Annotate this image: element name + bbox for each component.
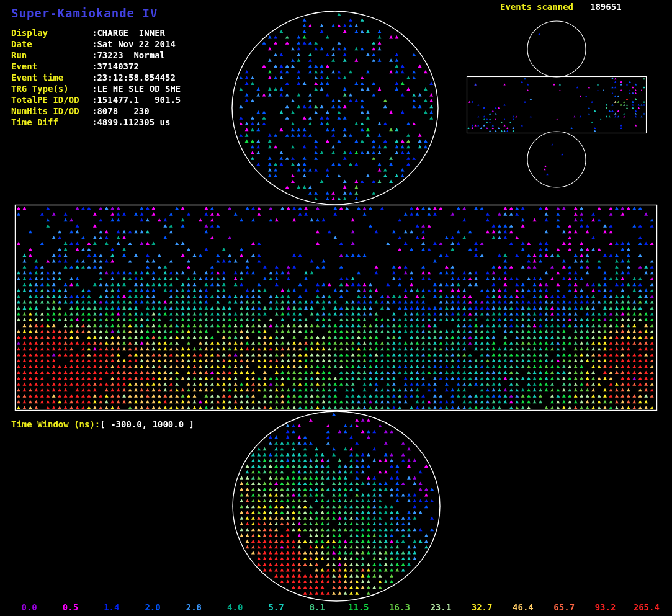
info-row: TRG Type(s):LE HE SLE OD SHE	[11, 83, 181, 94]
info-row-value: :CHARGE INNER	[92, 27, 165, 38]
scale-value: 23.1	[420, 602, 461, 612]
scale-value: 93.2	[585, 602, 625, 612]
event-info-panel: Display:CHARGE INNERDate:Sat Nov 22 2014…	[11, 27, 181, 128]
time-window-label: Time Window (ns):	[11, 419, 100, 429]
info-row-value: :151477.1 901.5	[92, 94, 181, 105]
info-row-label: NumHits ID/OD	[11, 105, 92, 117]
scale-value: 32.7	[461, 602, 502, 612]
info-row: NumHits ID/OD:8078 230	[11, 105, 181, 117]
info-row: Date:Sat Nov 22 2014	[11, 38, 181, 50]
info-row-label: Date	[11, 38, 92, 50]
info-row: TotalPE ID/OD:151477.1 901.5	[11, 94, 181, 105]
info-row-value: :LE HE SLE OD SHE	[92, 83, 181, 94]
scale-value: 11.5	[338, 602, 379, 612]
info-row-label: Display	[11, 27, 92, 38]
info-row: Run:73223 Normal	[11, 50, 181, 61]
event-display-root: Super-Kamiokande IV Events scanned 18965…	[0, 0, 672, 616]
scale-value: 2.0	[132, 602, 173, 612]
info-row-label: TotalPE ID/OD	[11, 94, 92, 105]
time-window: Time Window (ns): [ -300.0, 1000.0 ]	[11, 419, 194, 429]
scale-value: 8.1	[297, 602, 338, 612]
scale-value: 265.4	[626, 602, 667, 612]
scale-value: 1.4	[91, 602, 132, 612]
info-row-value: :4899.112305 us	[92, 117, 170, 128]
info-row: Event:37140372	[11, 61, 181, 72]
info-row-label: TRG Type(s)	[11, 83, 92, 94]
scale-value: 0.5	[50, 602, 91, 612]
info-row: Display:CHARGE INNER	[11, 27, 181, 38]
info-row-value: :73223 Normal	[92, 50, 165, 61]
events-scanned-value: 189651	[590, 2, 622, 12]
info-row-label: Event	[11, 61, 92, 72]
events-scanned: Events scanned 189651	[500, 2, 622, 12]
info-row-value: :37140372	[92, 61, 139, 72]
events-scanned-label: Events scanned	[500, 2, 573, 12]
info-row-value: :8078 230	[92, 105, 150, 117]
info-row: Event time:23:12:58.854452	[11, 72, 181, 83]
scale-value: 16.3	[379, 602, 420, 612]
scale-value: 2.8	[173, 602, 214, 612]
info-row-value: :23:12:58.854452	[92, 72, 176, 83]
info-row: Time Diff:4899.112305 us	[11, 117, 181, 128]
info-row-label: Event time	[11, 72, 92, 83]
scale-value: 0.0	[9, 602, 50, 612]
charge-color-scale: 0.00.51.42.02.84.05.78.111.516.323.132.7…	[9, 602, 667, 612]
info-row-value: :Sat Nov 22 2014	[92, 38, 176, 50]
time-window-value: [ -300.0, 1000.0 ]	[100, 419, 194, 429]
info-row-label: Run	[11, 50, 92, 61]
scale-value: 46.4	[503, 602, 544, 612]
scale-value: 4.0	[215, 602, 256, 612]
info-row-label: Time Diff	[11, 117, 92, 128]
app-title: Super-Kamiokande IV	[11, 6, 158, 20]
scale-value: 65.7	[544, 602, 585, 612]
scale-value: 5.7	[256, 602, 297, 612]
